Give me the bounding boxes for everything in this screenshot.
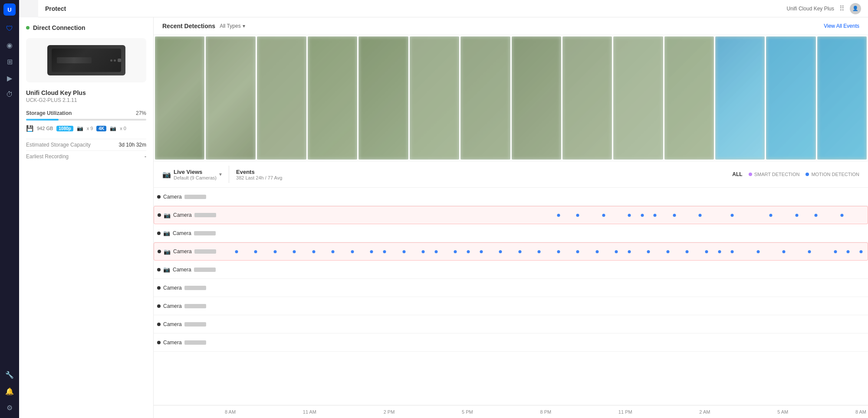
camera-status-dot <box>157 232 161 235</box>
nav-alerts[interactable]: 🔔 <box>3 384 16 398</box>
event-dot <box>705 250 708 253</box>
event-dot <box>576 214 579 217</box>
timeline-row[interactable]: Camera <box>154 279 868 297</box>
camera-name: Camera <box>163 194 182 200</box>
device-image <box>47 45 125 75</box>
timeline-track <box>223 297 868 315</box>
thumb-5[interactable] <box>358 36 408 160</box>
event-dot <box>756 250 760 253</box>
nav-protect[interactable]: 🛡 <box>3 22 16 36</box>
thumb-13[interactable] <box>766 36 815 160</box>
live-views-icon: 📷 <box>162 170 171 179</box>
thumb-1[interactable] <box>155 36 204 160</box>
timeline-track <box>223 279 868 297</box>
timeline-track <box>224 243 868 260</box>
event-dot <box>628 214 631 217</box>
event-dot <box>731 214 734 217</box>
storage-bar-fill <box>26 119 59 121</box>
main-area: Direct Connection Unifi Cloud Key Plus U… <box>19 17 868 418</box>
timeline-row[interactable]: Camera <box>154 315 868 333</box>
legend-all[interactable]: ALL <box>732 171 742 177</box>
grid-icon[interactable]: ⠿ <box>839 4 845 13</box>
camera-label: Camera <box>154 285 223 291</box>
legend-motion-label: MOTION DETECTION <box>811 172 859 177</box>
legend-smart-detection[interactable]: SMART DETECTION <box>749 172 800 177</box>
camera-icon: 📷 <box>164 248 171 255</box>
time-label: 5 PM <box>462 409 473 415</box>
thumb-4[interactable] <box>308 36 357 160</box>
event-dot <box>654 214 657 217</box>
time-axis: 8 AM11 AM2 PM5 PM8 PM11 PM2 AM5 AM8 AM <box>154 405 868 418</box>
motion-detection-dot <box>806 173 809 176</box>
timeline-row[interactable]: 📷Camera <box>154 224 868 242</box>
event-dot <box>834 250 837 253</box>
event-dot <box>641 214 644 217</box>
thumb-8[interactable] <box>512 36 561 160</box>
timeline-track <box>223 315 868 333</box>
thumb-10[interactable] <box>613 36 663 160</box>
camera-label: 📷Camera <box>154 230 223 236</box>
camera-name-blurred <box>184 286 206 290</box>
user-avatar[interactable]: 👤 <box>850 3 861 14</box>
event-dot <box>840 214 843 217</box>
time-label: 11 AM <box>303 409 316 415</box>
timeline-row[interactable]: Camera <box>154 333 868 352</box>
event-dot <box>686 250 689 253</box>
content-area: Recent Detections All Types ▾ View All E… <box>154 17 868 418</box>
nav-tools[interactable]: 🔧 <box>3 368 16 382</box>
timeline-row[interactable]: 📷Camera <box>154 206 868 224</box>
nav-video[interactable]: ▶ <box>3 71 16 85</box>
timeline-track <box>223 261 868 278</box>
thumb-3[interactable] <box>257 36 306 160</box>
thumb-11[interactable] <box>664 36 714 160</box>
storage-gb: 942 GB <box>37 126 53 131</box>
event-dot <box>795 214 798 217</box>
event-dot <box>273 250 276 253</box>
filter-label: All Types <box>220 23 240 29</box>
live-views-chevron-icon: ▾ <box>219 171 222 177</box>
thumb-14[interactable] <box>817 36 867 160</box>
live-views-label: Live Views <box>174 169 217 175</box>
event-dot <box>254 250 257 253</box>
events-sub: 382 Last 24h / 77 Avg <box>236 175 725 180</box>
timeline-row[interactable]: Camera <box>154 188 868 206</box>
app-logo[interactable]: U <box>3 3 16 16</box>
camera-name: Camera <box>163 340 182 346</box>
live-views-button[interactable]: 📷 Live Views Default (9 Cameras) ▾ <box>162 169 222 180</box>
legend-motion-detection[interactable]: MOTION DETECTION <box>806 172 859 177</box>
event-dot <box>808 250 811 253</box>
events-stats: Events 382 Last 24h / 77 Avg <box>236 169 725 180</box>
thumb-7[interactable] <box>460 36 510 160</box>
camera-status-dot <box>157 323 161 326</box>
nav-history[interactable]: ⏱ <box>3 88 16 101</box>
thumb-6[interactable] <box>410 36 459 160</box>
timeline-row[interactable]: 📷Camera <box>154 242 868 261</box>
view-all-events-link[interactable]: View All Events <box>824 23 859 29</box>
detections-filter[interactable]: All Types ▾ <box>220 23 245 29</box>
time-label: 2 AM <box>699 409 710 415</box>
event-dot <box>673 214 676 217</box>
event-dot <box>480 250 483 253</box>
timeline-row[interactable]: 📷Camera <box>154 261 868 279</box>
event-dot <box>718 250 721 253</box>
camera-label: 📷Camera <box>154 248 224 255</box>
timeline-track <box>224 206 868 224</box>
thumb-9[interactable] <box>562 36 612 160</box>
event-dot <box>454 250 457 253</box>
earliest-recording-value: - <box>145 153 146 160</box>
camera-name: Camera <box>173 230 191 236</box>
timeline-row[interactable]: Camera <box>154 297 868 315</box>
thumb-2[interactable] <box>206 36 255 160</box>
timeline-track <box>223 224 868 242</box>
event-dot <box>557 250 560 253</box>
event-dot <box>467 250 470 253</box>
nav-settings[interactable]: ⚙ <box>3 401 16 415</box>
nav-grid[interactable]: ⊞ <box>3 55 16 69</box>
nav-users[interactable]: ◉ <box>3 38 16 52</box>
device-model: UCK-G2-PLUS 2.1.11 <box>26 97 146 103</box>
thumb-12[interactable] <box>715 36 765 160</box>
timeline-track <box>223 188 868 206</box>
event-dot <box>293 250 296 253</box>
app-title: Protect <box>45 5 66 12</box>
earliest-recording-row: Earliest Recording - <box>26 150 146 162</box>
